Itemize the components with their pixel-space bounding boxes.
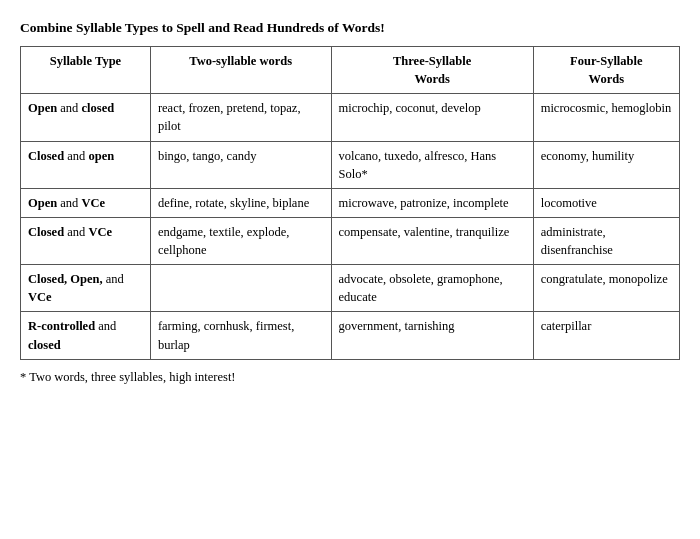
page-title: Combine Syllable Types to Spell and Read… <box>20 20 680 36</box>
two-syllable-cell <box>150 265 331 312</box>
syllable-table: Syllable Type Two-syllable words Three-S… <box>20 46 680 360</box>
syllable-type-cell: Closed and VCe <box>21 217 151 264</box>
two-syllable-cell: farming, cornhusk, firmest, burlap <box>150 312 331 359</box>
two-syllable-cell: endgame, textile, explode, cellphone <box>150 217 331 264</box>
syllable-type-cell: Open and closed <box>21 94 151 141</box>
four-syllable-cell: administrate, disenfranchise <box>533 217 679 264</box>
three-syllable-cell: microchip, coconut, develop <box>331 94 533 141</box>
table-row: Open and closedreact, frozen, pretend, t… <box>21 94 680 141</box>
three-syllable-cell: microwave, patronize, incomplete <box>331 188 533 217</box>
two-syllable-cell: define, rotate, skyline, biplane <box>150 188 331 217</box>
four-syllable-cell: economy, humility <box>533 141 679 188</box>
table-row: Closed and VCeendgame, textile, explode,… <box>21 217 680 264</box>
syllable-type-cell: Open and VCe <box>21 188 151 217</box>
four-syllable-cell: congratulate, monopolize <box>533 265 679 312</box>
two-syllable-cell: bingo, tango, candy <box>150 141 331 188</box>
page-container: Combine Syllable Types to Spell and Read… <box>20 20 680 385</box>
syllable-type-cell: Closed and open <box>21 141 151 188</box>
syllable-type-cell: R-controlled and closed <box>21 312 151 359</box>
three-syllable-cell: advocate, obsolete, gramophone, educate <box>331 265 533 312</box>
col-header-two-syllable: Two-syllable words <box>150 47 331 94</box>
three-syllable-cell: compensate, valentine, tranquilize <box>331 217 533 264</box>
four-syllable-cell: microcosmic, hemoglobin <box>533 94 679 141</box>
table-row: Closed and openbingo, tango, candyvolcan… <box>21 141 680 188</box>
table-row: Open and VCedefine, rotate, skyline, bip… <box>21 188 680 217</box>
four-syllable-cell: caterpillar <box>533 312 679 359</box>
table-row: Closed, Open, and VCeadvocate, obsolete,… <box>21 265 680 312</box>
four-syllable-cell: locomotive <box>533 188 679 217</box>
col-header-syllable-type: Syllable Type <box>21 47 151 94</box>
footnote: * Two words, three syllables, high inter… <box>20 370 680 385</box>
two-syllable-cell: react, frozen, pretend, topaz, pilot <box>150 94 331 141</box>
table-row: R-controlled and closedfarming, cornhusk… <box>21 312 680 359</box>
col-header-three-syllable: Three-SyllableWords <box>331 47 533 94</box>
col-header-four-syllable: Four-SyllableWords <box>533 47 679 94</box>
syllable-type-cell: Closed, Open, and VCe <box>21 265 151 312</box>
three-syllable-cell: government, tarnishing <box>331 312 533 359</box>
three-syllable-cell: volcano, tuxedo, alfresco, Hans Solo* <box>331 141 533 188</box>
